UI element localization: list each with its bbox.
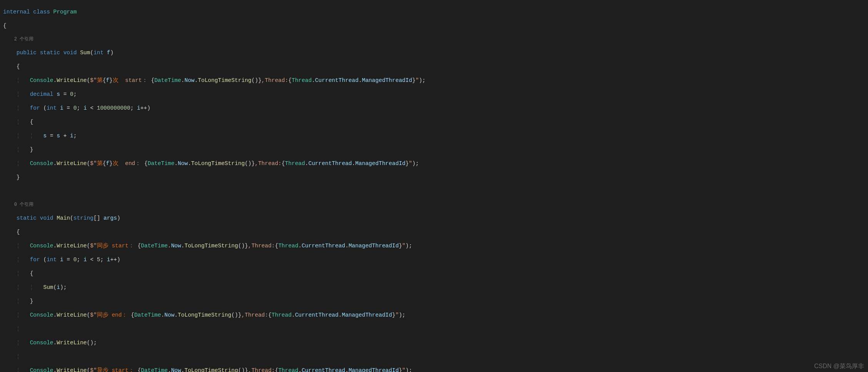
code-line: ¦ Console.WriteLine($"同步 start： {DateTim… <box>3 242 868 249</box>
code-line: ¦ Console.WriteLine(); <box>3 339 868 346</box>
codelens-main[interactable]: 0 个引用 <box>3 202 868 208</box>
watermark-text: CSDN @菜鸟厚非 <box>814 363 864 370</box>
code-line: static void Main(string[] args) <box>3 215 868 222</box>
code-line: { <box>3 63 868 70</box>
code-line: internal class Program <box>3 8 868 15</box>
code-line: ¦ ¦ Sum(i); <box>3 284 868 291</box>
code-line: ¦ Console.WriteLine($"第{f}次 start： {Date… <box>3 77 868 84</box>
code-editor[interactable]: internal class Program { 2 个引用 public st… <box>0 0 868 372</box>
code-line <box>3 188 868 195</box>
code-line: ¦ { <box>3 118 868 125</box>
code-line: { <box>3 22 868 29</box>
code-line: ¦ } <box>3 146 868 153</box>
code-line: ¦ ¦ s = s + i; <box>3 132 868 139</box>
code-line: ¦ Console.WriteLine($"同步 end： {DateTime.… <box>3 312 868 319</box>
code-line: ¦ { <box>3 270 868 277</box>
code-line: ¦ <box>3 353 868 360</box>
code-line: ¦ for (int i = 0; i < 1000000000; i++) <box>3 105 868 112</box>
codelens-sum[interactable]: 2 个引用 <box>3 36 868 42</box>
code-line: ¦ Console.WriteLine($"异步 start： {DateTim… <box>3 367 868 372</box>
code-line: } <box>3 174 868 181</box>
code-line: ¦ decimal s = 0; <box>3 91 868 98</box>
code-line: ¦ for (int i = 0; i < 5; i++) <box>3 256 868 263</box>
code-line: ¦ Console.WriteLine($"第{f}次 end： {DateTi… <box>3 160 868 167</box>
code-line: { <box>3 229 868 235</box>
code-line: ¦ } <box>3 298 868 305</box>
code-line: public static void Sum(int f) <box>3 49 868 56</box>
code-line: ¦ <box>3 325 868 332</box>
